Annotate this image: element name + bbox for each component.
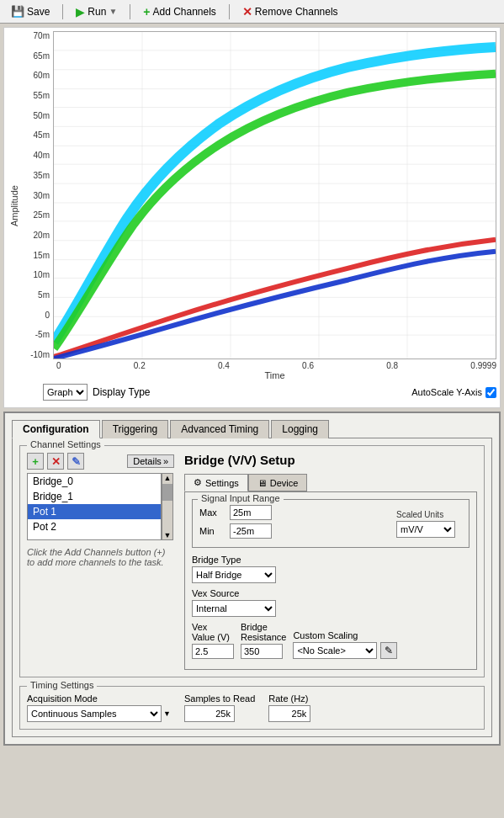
y-axis-label: Amplitude — [8, 31, 21, 380]
channel-toolbar: + ✕ ✎ Details » — [27, 453, 174, 470]
tab-advanced-timing[interactable]: Advanced Timing — [170, 420, 269, 438]
chart-svg — [54, 32, 496, 359]
vex-source-row: Vex Source Internal External — [192, 588, 470, 617]
scaled-units-select[interactable]: mV/V V/V — [396, 521, 455, 538]
channel-item-3[interactable]: Pot 2 — [28, 519, 161, 534]
rate-label: Rate (Hz) — [268, 693, 310, 704]
samples-to-read-input[interactable] — [184, 705, 235, 722]
remove-channels-label: Remove Channels — [255, 6, 338, 18]
add-channel-btn[interactable]: + — [27, 453, 44, 470]
channel-settings-title: Channel Settings — [27, 439, 104, 449]
bridge-tabs: ⚙ Settings 🖥 Device — [184, 474, 477, 491]
autoscale-label: AutoScale Y-Axis — [411, 387, 482, 397]
scroll-thumb[interactable] — [162, 484, 172, 501]
chart-bottom: Graph Table Display Type AutoScale Y-Axi… — [8, 380, 496, 404]
bridge-type-row: Bridge Type Half Bridge Full Bridge Quar… — [192, 555, 470, 583]
bridge-resistance-label: BridgeResistance — [241, 622, 286, 642]
channel-item-1[interactable]: Bridge_1 — [28, 489, 161, 504]
custom-scaling-label: Custom Scaling — [293, 630, 397, 640]
add-channels-label: Add Channels — [152, 6, 215, 18]
vex-value-col: VexValue (V) — [192, 622, 234, 659]
signal-input-range-title: Signal Input Range — [198, 493, 284, 503]
signal-input-range: Signal Input Range Max Min — [192, 499, 470, 548]
tab-configuration[interactable]: Configuration — [12, 420, 100, 438]
x-axis-label: Time — [53, 370, 496, 380]
custom-scaling-row: <No Scale> ✎ — [293, 642, 397, 659]
tab-triggering[interactable]: Triggering — [102, 420, 169, 438]
tab-logging[interactable]: Logging — [271, 420, 329, 438]
min-label: Min — [199, 526, 225, 536]
display-type-select[interactable]: Graph Table — [43, 384, 88, 401]
bridge-tab-device[interactable]: 🖥 Device — [248, 474, 308, 491]
bridge-resistance-input[interactable] — [241, 644, 283, 659]
add-channels-button[interactable]: + Add Channels — [137, 3, 222, 21]
bridge-tab-content: Signal Input Range Max Min — [184, 491, 477, 670]
vex-value-label: VexValue (V) — [192, 622, 234, 642]
acquisition-mode-label: Acquisition Mode — [27, 693, 171, 704]
run-dropdown-arrow[interactable]: ▼ — [109, 7, 117, 16]
y-ticks-and-chart: 70m 65m 60m 55m 50m 45m 40m 35m 30m 25m … — [21, 31, 496, 359]
custom-scaling-edit-btn[interactable]: ✎ — [380, 642, 397, 659]
min-input[interactable] — [230, 523, 272, 539]
settings-icon: ⚙ — [194, 477, 202, 488]
left-panel: + ✕ ✎ Details » Bridge_0 Bridge_1 Pot 1 — [27, 453, 174, 670]
autoscale-checkbox[interactable] — [485, 387, 496, 398]
display-type-label: Display Type — [93, 386, 150, 398]
toolbar: 💾 Save ▶ Run ▼ + Add Channels ✕ Remove C… — [0, 0, 504, 24]
remove-channel-btn[interactable]: ✕ — [47, 453, 64, 470]
max-input[interactable] — [230, 505, 272, 520]
vex-bridge-row: VexValue (V) BridgeResistance Custom Sca… — [192, 622, 470, 659]
remove-icon: ✕ — [242, 5, 252, 19]
edit-channel-btn[interactable]: ✎ — [67, 453, 84, 470]
autoscale-row: AutoScale Y-Axis — [411, 387, 496, 398]
save-label: Save — [27, 6, 50, 18]
main-layout: + ✕ ✎ Details » Bridge_0 Bridge_1 Pot 1 — [27, 453, 477, 670]
details-button[interactable]: Details » — [127, 454, 174, 468]
scroll-down-btn[interactable]: ▼ — [164, 531, 172, 539]
bridge-setup-title: Bridge (V/V) Setup — [184, 453, 477, 467]
timing-section-title: Timing Settings — [27, 680, 97, 690]
bridge-tab-settings[interactable]: ⚙ Settings — [184, 474, 248, 491]
divider-3 — [229, 4, 230, 19]
max-label: Max — [199, 507, 225, 518]
divider-1 — [62, 4, 63, 19]
channel-settings-section: Channel Settings + ✕ ✎ Details » — [19, 445, 485, 677]
scroll-up-btn[interactable]: ▲ — [164, 474, 172, 482]
run-button[interactable]: ▶ Run ▼ — [70, 3, 123, 21]
remove-channels-button[interactable]: ✕ Remove Channels — [236, 3, 344, 21]
channel-list-scrollbar[interactable]: ▲ ▼ — [162, 473, 173, 540]
vex-value-input[interactable] — [192, 644, 234, 659]
chart-inner: Amplitude 70m 65m 60m 55m 50m 45m 40m 35… — [8, 31, 496, 380]
custom-scaling-select[interactable]: <No Scale> — [293, 642, 377, 659]
tab-content-configuration: Channel Settings + ✕ ✎ Details » — [12, 438, 492, 737]
bridge-tab-settings-label: Settings — [205, 478, 239, 488]
scaled-units-label: Scaled Units — [396, 510, 455, 519]
rate-input[interactable] — [268, 705, 310, 722]
channel-item-2[interactable]: Pot 1 — [28, 504, 161, 519]
vex-source-label: Vex Source — [192, 588, 470, 598]
details-label: Details — [133, 456, 162, 466]
channel-hint: Click the Add Channels button (+) to add… — [27, 547, 174, 567]
chart-plot[interactable] — [53, 31, 496, 359]
scaled-units-box: Scaled Units mV/V V/V — [396, 510, 455, 538]
run-icon: ▶ — [76, 5, 85, 19]
channel-item-0[interactable]: Bridge_0 — [28, 474, 161, 489]
acquisition-mode-col: Acquisition Mode Continuous Samples Fini… — [27, 693, 171, 722]
vex-source-select[interactable]: Internal External — [192, 600, 276, 617]
divider-2 — [130, 4, 130, 19]
chart-with-yaxis: 70m 65m 60m 55m 50m 45m 40m 35m 30m 25m … — [21, 31, 496, 380]
bridge-tab-device-label: Device — [270, 478, 299, 488]
bridge-resistance-col: BridgeResistance — [241, 622, 286, 659]
y-ticks: 70m 65m 60m 55m 50m 45m 40m 35m 30m 25m … — [21, 31, 53, 359]
rate-col: Rate (Hz) — [268, 693, 310, 722]
chart-container: Amplitude 70m 65m 60m 55m 50m 45m 40m 35… — [3, 27, 501, 408]
bridge-type-select[interactable]: Half Bridge Full Bridge Quarter Bridge — [192, 566, 276, 583]
device-icon: 🖥 — [257, 478, 267, 488]
acquisition-mode-dropdown-icon: ▼ — [163, 709, 171, 718]
acquisition-mode-select[interactable]: Continuous Samples Finite Samples 1 Samp… — [27, 705, 162, 722]
bridge-type-label: Bridge Type — [192, 555, 470, 565]
save-button[interactable]: 💾 Save — [5, 3, 56, 20]
right-panel: Bridge (V/V) Setup ⚙ Settings 🖥 Device — [184, 453, 477, 670]
save-icon: 💾 — [11, 5, 24, 18]
samples-to-read-label: Samples to Read — [184, 693, 255, 704]
